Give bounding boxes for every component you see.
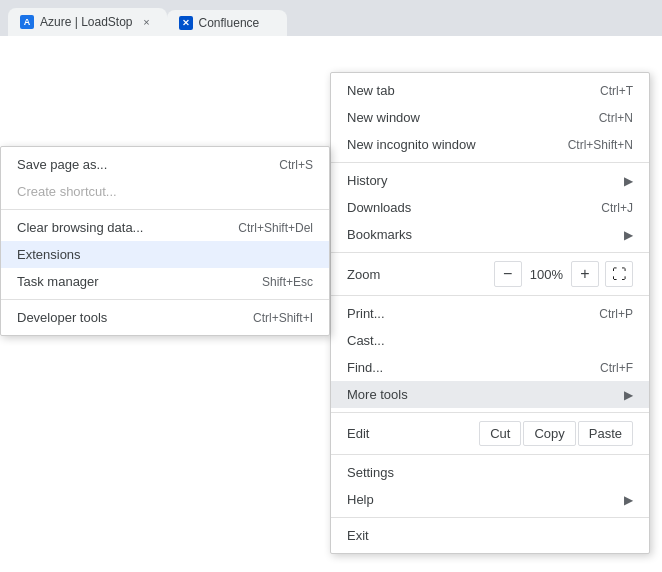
downloads-label: Downloads (347, 200, 581, 215)
menu-item-settings[interactable]: Settings (331, 459, 649, 486)
chrome-main-menu: New tab Ctrl+T New window Ctrl+N New inc… (330, 72, 650, 554)
developer-tools-shortcut: Ctrl+Shift+I (253, 311, 313, 325)
menu-item-task-manager[interactable]: Task manager Shift+Esc (1, 268, 329, 295)
menu-item-extensions[interactable]: Extensions (1, 241, 329, 268)
tab-confluence-label: Confluence (199, 16, 260, 30)
page-content: 🎩 APPUALS wsxdn.com New tab Ctrl+T New w… (0, 36, 662, 572)
azure-favicon: A (20, 15, 34, 29)
copy-button[interactable]: Copy (523, 421, 575, 446)
edit-actions: Cut Copy Paste (477, 421, 633, 446)
new-tab-shortcut: Ctrl+T (600, 84, 633, 98)
zoom-value: 100% (522, 267, 571, 282)
menu-item-find[interactable]: Find... Ctrl+F (331, 354, 649, 381)
menu-item-new-window[interactable]: New window Ctrl+N (331, 104, 649, 131)
menu-item-downloads[interactable]: Downloads Ctrl+J (331, 194, 649, 221)
history-arrow: ▶ (624, 174, 633, 188)
menu-item-save-page[interactable]: Save page as... Ctrl+S (1, 151, 329, 178)
clear-browsing-label: Clear browsing data... (17, 220, 218, 235)
edit-label: Edit (347, 426, 477, 441)
paste-button[interactable]: Paste (578, 421, 633, 446)
more-tools-submenu: Save page as... Ctrl+S Create shortcut..… (0, 146, 330, 336)
cast-label: Cast... (347, 333, 633, 348)
task-manager-shortcut: Shift+Esc (262, 275, 313, 289)
separator-5 (331, 454, 649, 455)
zoom-label: Zoom (347, 267, 494, 282)
zoom-row: Zoom − 100% + ⛶ (331, 257, 649, 291)
left-separator-1 (1, 209, 329, 210)
edit-row: Edit Cut Copy Paste (331, 417, 649, 450)
save-page-shortcut: Ctrl+S (279, 158, 313, 172)
clear-browsing-shortcut: Ctrl+Shift+Del (238, 221, 313, 235)
bookmarks-arrow: ▶ (624, 228, 633, 242)
browser-tabs: A Azure | LoadStop × ✕ Confluence (0, 0, 662, 36)
new-window-shortcut: Ctrl+N (599, 111, 633, 125)
separator-6 (331, 517, 649, 518)
confluence-favicon: ✕ (179, 16, 193, 30)
zoom-controls: − 100% + ⛶ (494, 261, 633, 287)
cut-button[interactable]: Cut (479, 421, 521, 446)
more-tools-arrow: ▶ (624, 388, 633, 402)
downloads-shortcut: Ctrl+J (601, 201, 633, 215)
separator-3 (331, 295, 649, 296)
help-label: Help (347, 492, 616, 507)
new-window-label: New window (347, 110, 579, 125)
menu-item-bookmarks[interactable]: Bookmarks ▶ (331, 221, 649, 248)
tab-azure-label: Azure | LoadStop (40, 15, 133, 29)
menu-item-clear-browsing[interactable]: Clear browsing data... Ctrl+Shift+Del (1, 214, 329, 241)
help-arrow: ▶ (624, 493, 633, 507)
menu-item-history[interactable]: History ▶ (331, 167, 649, 194)
tab-azure[interactable]: A Azure | LoadStop × (8, 8, 167, 36)
tab-azure-close[interactable]: × (139, 14, 155, 30)
zoom-fullscreen-button[interactable]: ⛶ (605, 261, 633, 287)
menu-item-new-tab[interactable]: New tab Ctrl+T (331, 77, 649, 104)
menu-item-more-tools[interactable]: More tools ▶ (331, 381, 649, 408)
extensions-label: Extensions (17, 247, 313, 262)
task-manager-label: Task manager (17, 274, 242, 289)
menu-item-new-incognito[interactable]: New incognito window Ctrl+Shift+N (331, 131, 649, 158)
new-tab-label: New tab (347, 83, 580, 98)
bookmarks-label: Bookmarks (347, 227, 616, 242)
menu-item-print[interactable]: Print... Ctrl+P (331, 300, 649, 327)
history-label: History (347, 173, 616, 188)
print-shortcut: Ctrl+P (599, 307, 633, 321)
separator-1 (331, 162, 649, 163)
separator-4 (331, 412, 649, 413)
developer-tools-label: Developer tools (17, 310, 233, 325)
save-page-label: Save page as... (17, 157, 259, 172)
menu-item-developer-tools[interactable]: Developer tools Ctrl+Shift+I (1, 304, 329, 331)
left-separator-2 (1, 299, 329, 300)
menu-item-help[interactable]: Help ▶ (331, 486, 649, 513)
zoom-decrease-button[interactable]: − (494, 261, 522, 287)
create-shortcut-label: Create shortcut... (17, 184, 313, 199)
menu-item-exit[interactable]: Exit (331, 522, 649, 549)
new-incognito-label: New incognito window (347, 137, 548, 152)
settings-label: Settings (347, 465, 633, 480)
exit-label: Exit (347, 528, 633, 543)
tab-confluence[interactable]: ✕ Confluence (167, 10, 287, 36)
more-tools-label: More tools (347, 387, 616, 402)
separator-2 (331, 252, 649, 253)
new-incognito-shortcut: Ctrl+Shift+N (568, 138, 633, 152)
find-shortcut: Ctrl+F (600, 361, 633, 375)
print-label: Print... (347, 306, 579, 321)
zoom-increase-button[interactable]: + (571, 261, 599, 287)
menu-item-cast[interactable]: Cast... (331, 327, 649, 354)
find-label: Find... (347, 360, 580, 375)
menu-item-create-shortcut: Create shortcut... (1, 178, 329, 205)
